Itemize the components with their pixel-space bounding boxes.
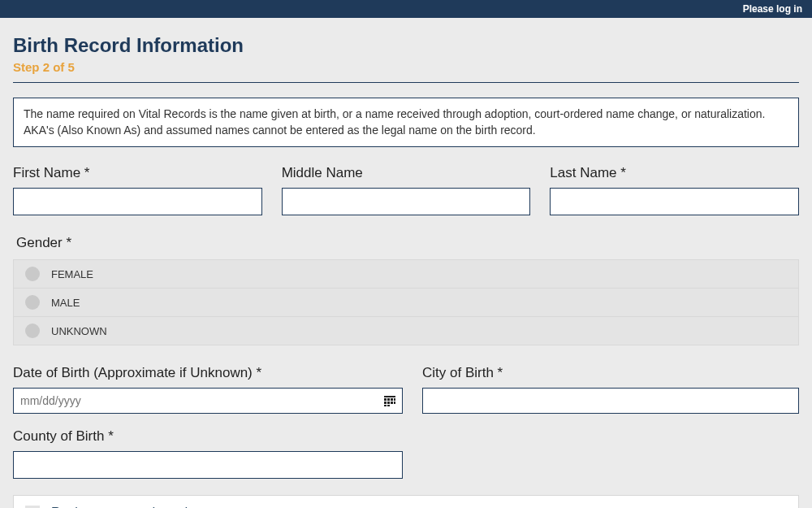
top-bar: Please log in	[0, 0, 812, 18]
last-name-label: Last Name *	[550, 165, 799, 181]
step-label: Step 2 of 5	[13, 60, 799, 74]
title-rule	[13, 82, 799, 83]
dob-input[interactable]	[13, 388, 403, 414]
city-label: City of Birth *	[422, 365, 799, 381]
gender-option-female[interactable]: FEMALE	[14, 260, 798, 289]
dob-city-row: Date of Birth (Approximate if Unknown) *	[13, 365, 799, 414]
city-input[interactable]	[422, 388, 799, 414]
gender-option-label: FEMALE	[51, 268, 93, 280]
county-field: County of Birth *	[13, 428, 403, 479]
gender-radio-list: FEMALE MALE UNKNOWN	[13, 259, 799, 345]
gender-option-label: UNKNOWN	[51, 325, 107, 337]
adopted-box[interactable]: Registrant was adopted	[13, 495, 799, 508]
first-name-label: First Name *	[13, 165, 262, 181]
middle-name-input[interactable]	[282, 188, 531, 215]
first-name-input[interactable]	[13, 188, 262, 215]
gender-label: Gender *	[13, 235, 799, 251]
gender-option-unknown[interactable]: UNKNOWN	[14, 317, 798, 345]
middle-name-field: Middle Name	[282, 165, 531, 215]
radio-icon	[25, 323, 40, 338]
info-notice: The name required on Vital Records is th…	[13, 98, 799, 147]
radio-icon	[25, 267, 40, 281]
page-title: Birth Record Information	[13, 34, 799, 57]
gender-option-label: MALE	[51, 297, 80, 309]
content: Birth Record Information Step 2 of 5 The…	[0, 18, 812, 508]
last-name-field: Last Name *	[550, 165, 799, 215]
city-field: City of Birth *	[422, 365, 799, 414]
first-name-field: First Name *	[13, 165, 262, 215]
dob-field: Date of Birth (Approximate if Unknown) *	[13, 365, 403, 414]
county-label: County of Birth *	[13, 428, 403, 445]
last-name-input[interactable]	[550, 188, 799, 215]
dob-label: Date of Birth (Approximate if Unknown) *	[13, 365, 403, 381]
dob-input-wrap	[13, 388, 403, 414]
county-input[interactable]	[13, 451, 403, 479]
middle-name-label: Middle Name	[282, 165, 531, 181]
radio-icon	[25, 295, 40, 310]
login-link[interactable]: Please log in	[743, 3, 802, 15]
gender-section: Gender * FEMALE MALE UNKNOWN	[13, 235, 799, 345]
gender-option-male[interactable]: MALE	[14, 289, 798, 317]
name-row: First Name * Middle Name Last Name *	[13, 165, 799, 215]
